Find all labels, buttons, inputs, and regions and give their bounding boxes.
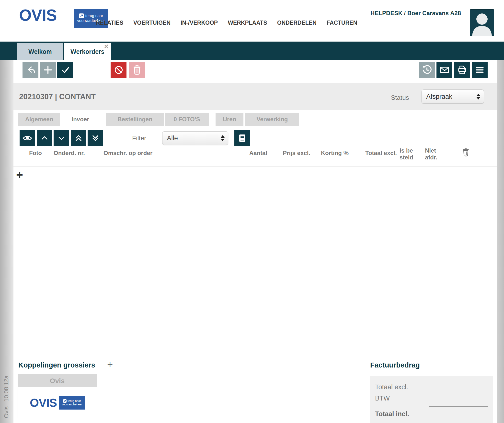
helpdesk-user-link[interactable]: HELPDESK / Boer Caravans A28 — [370, 10, 461, 17]
status-label: Status — [391, 94, 409, 101]
app-version-label: Ovis | 10.08.12a — [3, 342, 10, 418]
chevron-down-icon — [57, 133, 66, 143]
person-icon — [470, 10, 494, 36]
delete-order-button[interactable] — [129, 62, 145, 78]
main-nav: RELATIES VOERTUIGEN IN-/VERKOOP WERKPLAA… — [96, 20, 357, 26]
add-button[interactable] — [40, 62, 56, 78]
nav-onderdelen[interactable]: ONDERDELEN — [277, 20, 317, 26]
ovis-logo: OVIS — [30, 396, 57, 410]
move-top-button[interactable] — [71, 130, 86, 146]
nav-voertuigen[interactable]: VOERTUIGEN — [133, 20, 171, 26]
chevron-up-icon — [40, 133, 49, 143]
menu-button[interactable] — [472, 62, 488, 78]
nav-in-verkoop[interactable]: IN-/VERKOOP — [181, 20, 218, 26]
email-button[interactable] — [436, 62, 452, 78]
trash-icon — [462, 148, 470, 157]
undo-button[interactable] — [23, 62, 38, 78]
tab-bar: Welkom Werkorders ✕ — [0, 42, 504, 60]
order-title: 20210307 | CONTANT — [19, 92, 96, 101]
book-icon — [237, 133, 247, 143]
check-icon — [60, 65, 70, 75]
close-icon[interactable]: ✕ — [104, 44, 109, 50]
history-icon — [422, 65, 432, 75]
werkorder-page: OVIS terug naar voorraadbeheer HELPDESK … — [0, 0, 504, 423]
filter-label: Filter — [132, 134, 146, 142]
envelope-icon — [439, 65, 450, 75]
move-down-button[interactable] — [54, 130, 69, 146]
eye-icon — [22, 133, 33, 144]
grossier-card-ovis[interactable]: Ovis OVIS terug naar voorraadbeheer — [18, 374, 97, 418]
cancel-order-button[interactable] — [111, 62, 126, 78]
move-bottom-button[interactable] — [88, 130, 103, 146]
history-button[interactable] — [419, 62, 435, 78]
filter-select[interactable]: Alle — [162, 131, 228, 145]
add-order-line-button[interactable]: + — [16, 169, 23, 181]
external-link-icon — [79, 13, 84, 18]
external-link-icon — [63, 399, 67, 403]
nav-relaties[interactable]: RELATIES — [96, 20, 123, 26]
print-button[interactable] — [454, 62, 470, 78]
subtab-bestellingen[interactable]: Bestellingen — [106, 113, 164, 126]
double-chevron-down-icon — [91, 133, 100, 143]
add-grossier-button[interactable]: + — [107, 359, 113, 369]
select-spinner-icon — [476, 94, 480, 100]
trash-icon — [132, 65, 142, 75]
select-spinner-icon — [221, 135, 225, 141]
col-header-totaal-excl: Totaal excl. — [356, 150, 397, 156]
save-confirm-button[interactable] — [57, 62, 73, 78]
status-select[interactable]: Afspraak — [422, 89, 484, 104]
col-header-trash — [462, 148, 470, 158]
col-header-omschr: Omschr. op order — [103, 150, 167, 156]
scrollbar-track[interactable] — [497, 60, 504, 423]
subtab-verwerking[interactable]: Verwerking — [245, 113, 299, 126]
tab-welkom[interactable]: Welkom — [17, 43, 63, 60]
col-header-foto: Foto — [27, 150, 44, 156]
hamburger-icon — [475, 65, 485, 75]
grossier-card-title: Ovis — [18, 374, 97, 387]
table-divider — [13, 166, 497, 167]
invoice-section-title: Factuurbedrag — [370, 361, 420, 369]
printer-icon — [457, 65, 468, 75]
subtab-fotos[interactable]: 0 FOTO'S — [165, 113, 209, 126]
invoice-total-incl-label: Totaal incl. — [375, 410, 409, 418]
tab-werkorders[interactable]: Werkorders ✕ — [64, 43, 111, 60]
prohibition-icon — [114, 65, 124, 75]
col-header-niet-afdr: Niet afdr. — [425, 147, 442, 161]
subtab-uren[interactable]: Uren — [216, 113, 243, 126]
nav-werkplaats[interactable]: WERKPLAATS — [228, 20, 267, 26]
subtab-invoer[interactable]: Invoer — [61, 113, 100, 126]
move-up-button[interactable] — [37, 130, 52, 146]
invoice-total-excl-label: Totaal excl. — [375, 383, 408, 391]
subtab-algemeen[interactable]: Algemeen — [18, 113, 60, 126]
col-header-korting: Korting % — [315, 150, 349, 156]
badge-line1: terug naar — [85, 13, 103, 18]
col-header-prijs-excl: Prijs excl. — [276, 150, 310, 156]
invoice-btw-label: BTW — [375, 395, 390, 402]
double-chevron-up-icon — [74, 133, 83, 143]
col-header-onderd-nr: Onderd. nr. — [54, 150, 93, 156]
plus-icon — [43, 65, 53, 75]
terug-naar-voorraadbeheer-badge: terug naar voorraadbeheer — [59, 396, 85, 410]
ovis-logo: OVIS — [19, 6, 57, 24]
user-avatar[interactable] — [470, 9, 494, 36]
catalog-button[interactable] — [234, 130, 250, 146]
grossiers-section-title: Koppelingen grossiers — [18, 361, 95, 369]
view-button[interactable] — [20, 130, 35, 146]
nav-facturen[interactable]: FACTUREN — [327, 20, 357, 26]
undo-icon — [25, 65, 36, 75]
col-header-is-besteld: Is be-steld — [400, 147, 419, 161]
col-header-aantal: Aantal — [242, 150, 267, 156]
invoice-sum-line — [429, 406, 488, 407]
